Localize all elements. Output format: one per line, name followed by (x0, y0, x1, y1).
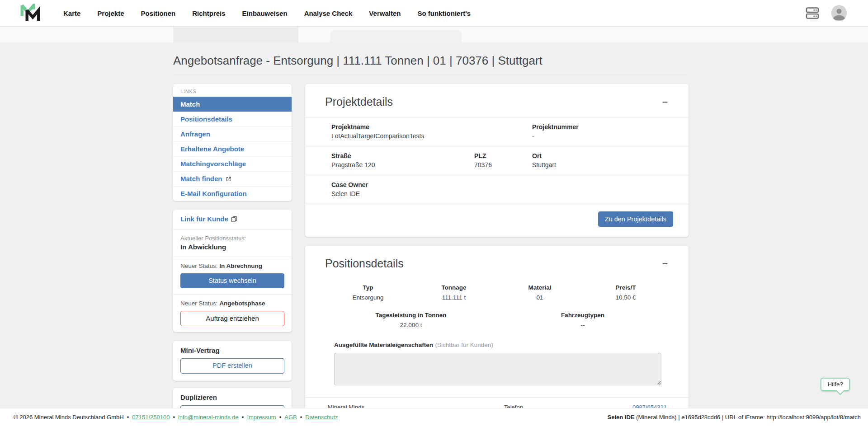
link-fuer-kunde[interactable]: Link für Kunde (180, 215, 237, 223)
positionsdetails-card: Positionsdetails – Typ Entsorgung Tonnag… (305, 246, 689, 426)
sidebar-item-matchingvorschlaege[interactable]: Matchingvorschläge (173, 156, 292, 171)
pdf-erstellen-button[interactable]: PDF erstellen (180, 358, 284, 373)
next-status-line: Neuer Status: Angebotsphase (180, 300, 284, 307)
sidebar-item-match[interactable]: Match (173, 97, 292, 112)
footer-separator: • (242, 414, 244, 421)
positionsdetails-title: Positionsdetails (325, 257, 404, 270)
sidebar-item-erhaltene-angebote[interactable]: Erhaltene Angebote (173, 141, 292, 156)
next-status-value: Angebotsphase (219, 300, 265, 307)
field-value: 22.000 t (325, 322, 497, 328)
footer-copyright: © 2026 Mineral Minds Deutschland GmbH (14, 414, 124, 421)
copy-icon[interactable] (231, 216, 237, 222)
sidebar-item-match-finden[interactable]: Match finden (173, 171, 292, 186)
footer-separator: • (300, 414, 302, 421)
footer: © 2026 Mineral Minds Deutschland GmbH • … (0, 408, 868, 426)
sidebar-item-email-konfiguration[interactable]: E-Mail Konfiguration (173, 186, 292, 201)
nav-right-icons (806, 5, 847, 21)
skeleton-tab-block (330, 30, 462, 42)
projektdetails-card: Projektdetails – Projektname LotActualTa… (305, 84, 689, 237)
footer-email-link[interactable]: info@mineral-minds.de (178, 414, 239, 421)
footer-separator: • (279, 414, 282, 421)
field-value: - (532, 132, 579, 140)
footer-session-rest: (Mineral Minds) | e1695d28cdd6 | URL of … (634, 414, 861, 421)
skeleton-block (173, 27, 298, 42)
collapse-icon[interactable]: – (660, 95, 670, 107)
collapse-icon[interactable]: – (660, 257, 670, 268)
mini-vertrag-card: Mini-Vertrag PDF erstellen (173, 341, 292, 380)
field-plz: PLZ 70376 (474, 152, 532, 169)
footer-impressum-link[interactable]: Impressum (247, 414, 276, 421)
footer-phone-link[interactable]: 07151/250100 (132, 414, 170, 421)
field-label: Typ (325, 284, 411, 291)
nav-item-einbauweisen[interactable]: Einbauweisen (242, 9, 288, 17)
field-tagesleistung: Tagesleistung in Tonnen 22.000 t (325, 312, 497, 328)
field-value: 10,50 € (583, 294, 669, 301)
server-stack-icon[interactable] (806, 6, 819, 20)
footer-user: Selen IDE (607, 414, 634, 421)
nav-item-verwalten[interactable]: Verwalten (369, 9, 401, 17)
nav-item-projekte[interactable]: Projekte (97, 9, 124, 17)
mini-vertrag-title: Mini-Vertrag (180, 346, 284, 354)
next-status-label: Neuer Status: (180, 262, 218, 269)
status-wechseln-button[interactable]: Status wechseln (180, 273, 284, 288)
current-status-value: In Abwicklung (180, 243, 284, 251)
next-status-label: Neuer Status: (180, 300, 218, 307)
nav-item-karte[interactable]: Karte (63, 9, 80, 17)
field-typ: Typ Entsorgung (325, 284, 411, 301)
sidebar: LINKS Match Positionsdetails Anfragen Er… (173, 84, 292, 426)
field-value: Pragstraße 120 (331, 161, 474, 169)
nav-item-analyse-check[interactable]: Analyse Check (304, 9, 353, 17)
field-label: Straße (331, 152, 474, 159)
field-preis: Preis/T 10,50 € (583, 284, 669, 301)
field-value: Stuttgart (532, 161, 556, 169)
sub-header-strip (0, 27, 868, 42)
field-label: Projektname (331, 123, 532, 131)
material-properties-label: Ausgefüllte Materialeigenschaften (334, 342, 433, 348)
duplizieren-title: Duplizieren (180, 393, 284, 401)
field-ort: Ort Stuttgart (532, 152, 556, 169)
field-case-owner: Case Owner Selen IDE (331, 181, 368, 197)
sidebar-item-anfragen[interactable]: Anfragen (173, 126, 292, 141)
nav-item-so-funktionierts[interactable]: So funktioniert's (417, 9, 471, 17)
field-label: Fahrzeugtypen (497, 312, 669, 318)
field-label: Case Owner (331, 181, 368, 188)
sidebar-item-positionsdetails[interactable]: Positionsdetails (173, 112, 292, 126)
footer-session-info: Selen IDE (Mineral Minds) | e1695d28cdd6… (607, 414, 861, 421)
field-label: Ort (532, 152, 556, 159)
material-properties-hint: (Sichtbar für Kunden) (435, 342, 493, 348)
sidebar-item-label: Match finden (180, 175, 222, 183)
auftrag-entziehen-button[interactable]: Auftrag entziehen (180, 311, 284, 326)
field-label: Material (497, 284, 583, 291)
material-properties-textarea[interactable] (334, 353, 661, 385)
nav-item-richtpreis[interactable]: Richtpreis (192, 9, 225, 17)
next-status-line: Neuer Status: In Abrechnung (180, 262, 284, 269)
material-properties-section: Ausgefüllte Materialeigenschaften (Sicht… (305, 328, 689, 385)
field-label: Preis/T (583, 284, 669, 291)
nav-menu: Karte Projekte Positionen Richtpreis Ein… (63, 9, 471, 17)
field-projektnummer: Projektnummer - (532, 123, 579, 140)
field-strasse: Straße Pragstraße 120 (331, 152, 474, 169)
user-avatar-icon[interactable] (831, 5, 847, 21)
footer-datenschutz-link[interactable]: Datenschutz (305, 414, 338, 421)
field-value: Selen IDE (331, 190, 368, 197)
field-value: 111.111 t (411, 294, 497, 301)
field-value: 70376 (474, 161, 532, 169)
field-value: LotActualTargetComparisonTests (331, 132, 532, 140)
field-tonnage: Tonnage 111.111 t (411, 284, 497, 301)
field-label: PLZ (474, 152, 532, 159)
field-value: Entsorgung (325, 294, 411, 301)
main-column: Projektdetails – Projektname LotActualTa… (305, 84, 689, 426)
zu-den-projektdetails-button[interactable]: Zu den Projektdetails (598, 211, 673, 227)
logo-icon (20, 4, 41, 23)
footer-agb-link[interactable]: AGB (284, 414, 297, 421)
projektdetails-title: Projektdetails (325, 95, 393, 108)
links-card: LINKS Match Positionsdetails Anfragen Er… (173, 84, 292, 201)
mineral-minds-logo[interactable] (20, 4, 41, 23)
field-value: 01 (497, 294, 583, 301)
external-link-icon (226, 176, 231, 182)
nav-item-positionen[interactable]: Positionen (141, 9, 176, 17)
hilfe-button[interactable]: Hilfe? (821, 378, 850, 391)
links-card-header: LINKS (173, 84, 292, 97)
field-material: Material 01 (497, 284, 583, 301)
next-status-value: In Abrechnung (219, 262, 262, 269)
